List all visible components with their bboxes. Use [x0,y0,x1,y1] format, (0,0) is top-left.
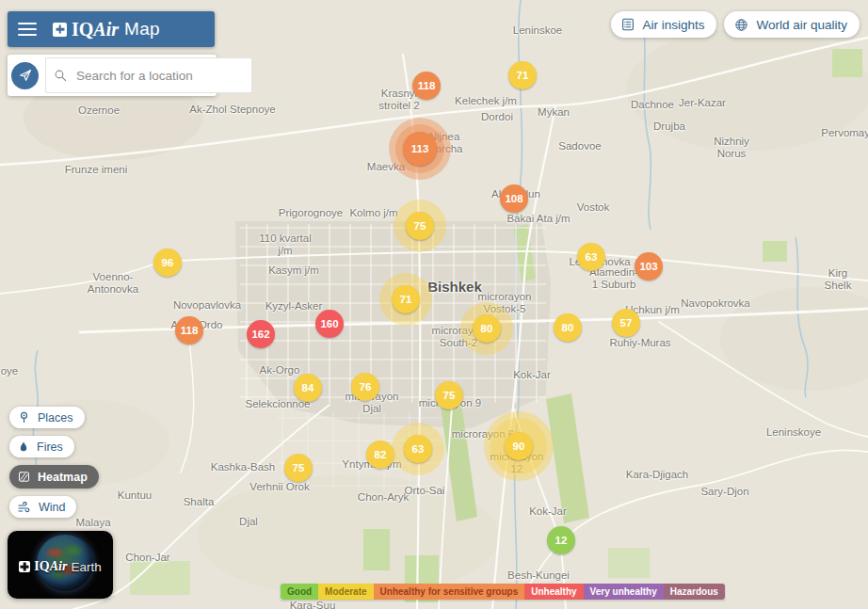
heatmap-button[interactable]: Heatmap [9,465,99,489]
map-canvas[interactable]: LeninskoeKairmKelechek j/mKrasnyi stroit… [0,0,868,609]
aqi-marker[interactable]: 71 [508,61,537,89]
wind-button-label: Wind [39,501,65,514]
aqi-marker[interactable]: 84 [294,374,322,402]
aqi-value: 96 [153,248,182,277]
app-header: IQAir Map [8,11,215,47]
aqi-value: 80 [473,314,501,343]
aqi-value: 118 [412,72,441,100]
aqi-value: 118 [175,316,203,345]
iqair-map-logo[interactable]: IQAir Map [53,19,160,40]
aqi-marker[interactable]: 80 [473,314,501,343]
fires-button-label: Fires [37,441,63,454]
aqi-value: 71 [508,61,537,89]
aqi-marker[interactable]: 162 [247,320,275,348]
search-card [8,55,217,96]
aqi-marker[interactable]: 75 [435,381,463,409]
aqi-value: 12 [547,526,575,554]
menu-button[interactable] [18,23,37,36]
aqi-marker[interactable]: 76 [351,373,379,401]
aqi-marker[interactable]: 75 [284,454,313,482]
aqi-marker[interactable]: 75 [406,212,434,240]
search-icon [53,68,68,83]
world-air-quality-button[interactable]: World air quality [724,11,860,38]
aqi-value: 108 [500,184,528,213]
aqi-value: 82 [366,441,394,469]
hamburger-icon [18,23,37,24]
aqi-value: 162 [247,320,275,348]
fires-button[interactable]: Fires [9,436,74,457]
aqi-marker[interactable]: 103 [635,252,663,280]
pin-icon [17,410,31,425]
brand-suffix: Map [124,19,160,40]
iqair-plus-icon [53,23,67,37]
layer-buttons: PlacesFiresHeatmapWind [9,407,99,518]
wind-button[interactable]: Wind [9,496,76,518]
aqi-marker[interactable]: 108 [500,184,528,213]
iqair-earth-logo: IQAir Earth [8,559,113,574]
wind-icon [17,500,32,515]
aqi-value: 90 [505,432,533,460]
heatmap-icon [17,470,31,484]
search-box[interactable] [45,57,252,93]
aqi-marker[interactable]: 90 [505,432,533,460]
iqair-earth-card[interactable]: IQAir Earth [8,531,113,599]
aqi-marker[interactable]: 118 [412,72,441,100]
aqi-value: 80 [554,313,582,342]
top-buttons: Air insightsWorld air quality [611,11,860,38]
locate-me-button[interactable] [11,62,39,89]
legend-item: Moderate [318,584,373,600]
aqi-marker[interactable]: 63 [404,435,432,463]
legend-item: Very unhealthy [584,584,664,600]
legend-item: Unhealthy [524,584,583,600]
iqair-plus-icon [19,561,30,572]
aqi-marker[interactable]: 63 [577,243,605,271]
aqi-value: 160 [315,310,344,338]
aqi-marker[interactable]: 113 [403,132,437,166]
aqi-marker[interactable]: 80 [554,313,582,342]
aqi-value: 75 [284,454,313,482]
aqi-value: 63 [404,435,432,463]
aqi-legend: GoodModerateUnhealthy for sensitive grou… [281,584,725,600]
aqi-marker[interactable]: 71 [392,285,420,313]
aqi-value: 103 [635,252,663,280]
aqi-value: 84 [294,374,322,402]
aqi-value: 75 [435,381,463,409]
aqi-value: 57 [612,309,640,337]
send-icon [18,68,33,83]
aqi-marker[interactable]: 12 [547,526,575,554]
legend-item: Good [281,584,318,600]
places-button[interactable]: Places [9,407,85,428]
aqi-value: 63 [577,243,605,271]
aqi-value: 75 [406,212,434,240]
world-air-quality-button-label: World air quality [756,18,847,32]
search-input[interactable] [74,68,245,84]
brand-wordmark: IQAir [72,19,119,40]
aqi-value: 113 [403,132,437,166]
aqi-marker[interactable]: 160 [315,310,344,338]
aqi-marker[interactable]: 118 [175,316,203,345]
globe-icon [733,17,749,33]
air-insights-button[interactable]: Air insights [611,11,716,38]
aqi-value: 71 [392,285,420,313]
aqi-marker[interactable]: 96 [153,248,182,277]
heatmap-button-label: Heatmap [38,471,88,484]
aqi-value: 76 [351,373,379,401]
flame-icon [17,441,30,454]
aqi-marker[interactable]: 82 [366,441,394,469]
list-icon [620,17,635,32]
aqi-marker[interactable]: 57 [612,309,640,337]
air-insights-button-label: Air insights [642,18,704,32]
legend-item: Hazardous [664,584,725,600]
places-button-label: Places [38,411,73,425]
legend-item: Unhealthy for sensitive groups [374,584,525,600]
